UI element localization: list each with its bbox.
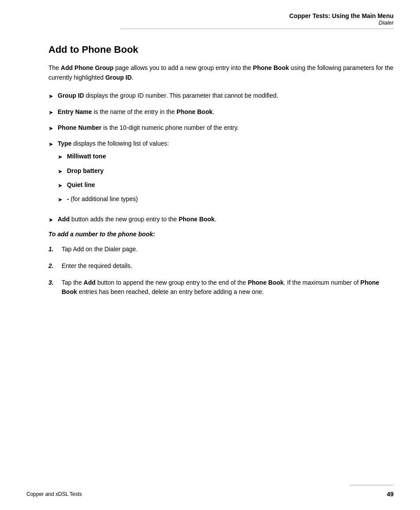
sub-text-drop-battery: Drop battery: [67, 166, 103, 176]
bold-phone-number: Phone Number: [58, 124, 102, 131]
footer-divider: [350, 485, 394, 486]
bold-type: Type: [58, 140, 72, 147]
bold-add-phone-group: Add Phone Group: [61, 64, 114, 71]
list-item-phone-number: ➤ Phone Number is the 10-digit numeric p…: [48, 123, 394, 133]
bold-group-id-intro: Group ID: [105, 74, 132, 81]
main-content: Add to Phone Book The Add Phone Group pa…: [48, 44, 394, 304]
bullet-text-group-id: Group ID displays the group ID number. T…: [58, 91, 394, 101]
step-number-2: 2.: [48, 261, 62, 271]
bold-add: Add: [58, 216, 70, 223]
bold-entry-name: Entry Name: [58, 108, 92, 115]
arrow-icon-group-id: ➤: [48, 92, 53, 101]
intro-paragraph: The Add Phone Group page allows you to a…: [48, 63, 394, 82]
sub-bullet-list-type: ➤ Milliwatt tone ➤ Drop battery ➤ Quiet …: [58, 152, 394, 204]
step-number-3: 3.: [48, 278, 62, 288]
page: Copper Tests: Using the Main Menu Dialer…: [0, 0, 420, 510]
sub-text-milliwatt: Milliwatt tone: [67, 152, 106, 161]
bold-phone-book-add: Phone Book: [179, 216, 215, 223]
bullet-text-add: Add button adds the new group entry to t…: [58, 215, 394, 224]
bold-dash: -: [67, 195, 69, 202]
bold-quiet-line: Quiet line: [67, 181, 95, 188]
page-header: Copper Tests: Using the Main Menu Dialer: [121, 12, 394, 29]
footer-left-text: Copper and xDSL Tests: [26, 491, 82, 497]
bullet-text-phone-number: Phone Number is the 10-digit numeric pho…: [58, 123, 394, 133]
list-item-group-id: ➤ Group ID displays the group ID number.…: [48, 91, 394, 101]
sub-list-item-milliwatt: ➤ Milliwatt tone: [58, 152, 394, 161]
arrow-icon-additional: ➤: [58, 195, 63, 204]
list-item-type: ➤ Type displays the following list of va…: [48, 139, 394, 209]
bullet-list: ➤ Group ID displays the group ID number.…: [48, 91, 394, 224]
arrow-icon-add: ➤: [48, 216, 53, 224]
numbered-steps: 1. Tap Add on the Dialer page. 2. Enter …: [48, 245, 394, 297]
bold-phone-book-step3a: Phone Book: [248, 279, 284, 286]
step-number-1: 1.: [48, 245, 62, 254]
arrow-icon-entry-name: ➤: [48, 108, 53, 117]
header-subtitle: Dialer: [121, 19, 394, 26]
bold-phone-book-step3b: Phone Book: [62, 279, 379, 296]
bold-phone-book-entry: Phone Book: [177, 108, 213, 115]
bullet-text-entry-name: Entry Name is the name of the entry in t…: [58, 107, 394, 117]
step-text-1: Tap Add on the Dialer page.: [62, 245, 394, 254]
arrow-icon-phone-number: ➤: [48, 124, 53, 133]
sub-list-item-additional: ➤ - (for additional line types): [58, 194, 394, 204]
page-footer: Copper and xDSL Tests 49: [26, 491, 394, 498]
arrow-icon-type: ➤: [48, 140, 53, 149]
bullet-text-type: Type displays the following list of valu…: [58, 139, 394, 209]
sub-list-item-quiet-line: ➤ Quiet line: [58, 180, 394, 190]
step-text-3: Tap the Add button to append the new gro…: [62, 278, 394, 297]
section-title: Add to Phone Book: [48, 44, 394, 55]
bold-group-id: Group ID: [58, 92, 84, 99]
sub-text-additional: - (for additional line types): [67, 194, 138, 204]
arrow-icon-quiet-line: ➤: [58, 181, 63, 190]
bold-milliwatt: Milliwatt tone: [67, 153, 106, 160]
header-title: Copper Tests: Using the Main Menu: [121, 12, 394, 19]
step-1: 1. Tap Add on the Dialer page.: [48, 245, 394, 254]
bold-add-step3: Add: [84, 279, 96, 286]
step-3: 3. Tap the Add button to append the new …: [48, 278, 394, 297]
arrow-icon-milliwatt: ➤: [58, 153, 63, 161]
sub-list-item-drop-battery: ➤ Drop battery: [58, 166, 394, 176]
header-divider: [121, 29, 394, 29]
step-text-2: Enter the required details.: [62, 261, 394, 271]
bold-drop-battery: Drop battery: [67, 167, 103, 174]
list-item-add: ➤ Add button adds the new group entry to…: [48, 215, 394, 224]
arrow-icon-drop-battery: ➤: [58, 167, 63, 176]
list-item-entry-name: ➤ Entry Name is the name of the entry in…: [48, 107, 394, 117]
sub-text-quiet-line: Quiet line: [67, 180, 95, 190]
step-2: 2. Enter the required details.: [48, 261, 394, 271]
procedure-heading: To add a number to the phone book:: [48, 231, 394, 238]
footer-page-number: 49: [387, 491, 394, 498]
bold-phone-book-1: Phone Book: [253, 64, 289, 71]
